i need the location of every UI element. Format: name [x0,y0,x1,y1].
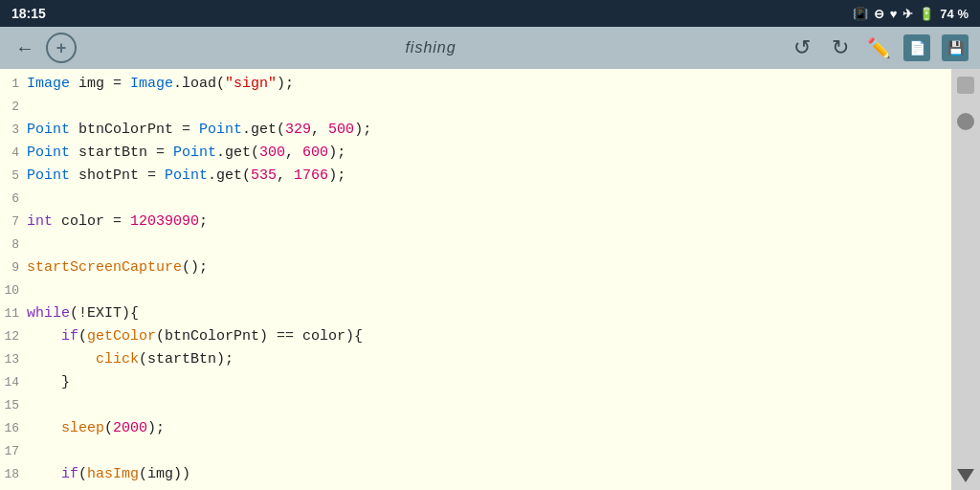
code-line: 12 if(getColor(btnColorPnt) == color){ [0,325,951,348]
toolbar: ← + fishing ↺ ↻ ✏️ 📄 💾 [0,27,980,69]
save-as-icon: 💾 [942,34,969,61]
code-line: 5 Point shotPnt = Point.get(535, 1766); [0,165,951,188]
status-icons: 📳 ⊖ ♥ ✈ 🔋 74 % [853,7,969,21]
code-line: 9 startScreenCapture(); [0,256,951,279]
code-line: 6 [0,188,951,211]
code-line: 7 int color = 12039090; [0,211,951,234]
code-editor[interactable]: 1 Image img = Image.load("sign"); 2 3 Po… [0,69,951,490]
code-line: 10 [0,279,951,302]
back-button[interactable]: ← [8,31,42,65]
code-line: 16 sleep(2000); [0,417,951,440]
save-button[interactable]: 📄 [900,31,934,65]
airplane-icon: ✈ [902,7,913,21]
save-as-button[interactable]: 💾 [938,31,972,65]
code-line: 8 [0,234,951,256]
code-line: 15 [0,394,951,417]
undo-button[interactable]: ↺ [785,31,819,65]
edit-button[interactable]: ✏️ [861,31,896,65]
code-line: 13 click(startBtn); [0,348,951,371]
scroll-box-top [957,77,974,94]
code-line: 18 if(hasImg(img)) [0,463,951,486]
scroll-indicator [957,113,974,130]
time-display: 18:15 [11,6,46,21]
battery-icon: 🔋 [919,7,934,21]
right-panel [951,69,980,490]
code-line: 11 while(!EXIT){ [0,302,951,325]
code-line: 3 Point btnColorPnt = Point.get(329, 500… [0,119,951,142]
vibrate-icon: 📳 [853,7,868,21]
battery-level: 74 % [940,7,969,21]
code-line: 2 [0,96,951,119]
wifi-icon: ♥ [890,7,898,21]
toolbar-title: fishing [80,39,781,56]
code-line: 17 [0,440,951,463]
status-bar: 18:15 📳 ⊖ ♥ ✈ 🔋 74 % [0,0,980,27]
main-content: 1 Image img = Image.load("sign"); 2 3 Po… [0,69,980,490]
redo-button[interactable]: ↻ [823,31,858,65]
code-line: 14 } [0,371,951,394]
scroll-arrow-down[interactable] [957,469,974,482]
minus-icon: ⊖ [874,7,884,21]
code-line: 4 Point startBtn = Point.get(300, 600); [0,142,951,165]
code-line: 19 click(shotPnt); [0,486,951,490]
code-line: 1 Image img = Image.load("sign"); [0,73,951,96]
save-icon: 📄 [903,34,930,61]
add-button[interactable]: + [46,33,77,63]
